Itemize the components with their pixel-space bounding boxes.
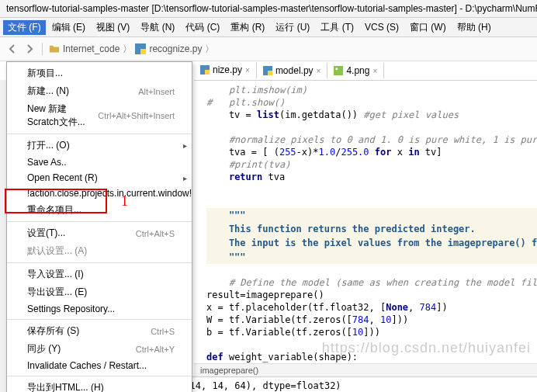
menu-help[interactable]: 帮助 (H) (452, 20, 496, 35)
file-menu-popup: 新项目...新建... (N)Alt+InsertNew 新建Scratch文件… (6, 61, 192, 392)
code-line (206, 121, 537, 134)
menu-item-label: Invalidate Caches / Restart... (27, 360, 147, 371)
file-menu-item[interactable]: 导入设置... (I) (7, 265, 192, 283)
menu-item-shortcut: Ctrl+Alt+Y (136, 345, 175, 354)
file-menu-item[interactable]: Settings Repository... (7, 301, 192, 317)
editor-area: nize.py×model.py×4.png× plt.imshow(im)# … (194, 61, 537, 376)
menu-item-shortcut: Ctrl+Alt+S (136, 229, 175, 238)
svg-rect-3 (205, 70, 210, 75)
tab-label: 4.png (346, 65, 369, 76)
editor-tabs: nize.py×model.py×4.png× (194, 61, 537, 81)
menu-item-shortcut: Ctrl+S (151, 327, 175, 336)
menu-item-label: 导入设置... (I) (27, 268, 84, 281)
file-menu-item[interactable]: 同步 (Y)Ctrl+Alt+Y (7, 340, 192, 358)
file-menu-item[interactable]: 默认设置... (A) (7, 242, 192, 260)
code-line: result=imageprepare() (206, 289, 537, 301)
menu-item-label: New 新建Scratch文件... (27, 102, 98, 129)
breadcrumb: Internet_code 〉 recognize.py 〉 (49, 43, 214, 56)
file-menu-item[interactable]: 导出到HTML... (H) (7, 379, 192, 392)
code-line (206, 183, 537, 196)
menu-item-label: 重命名项目... (27, 203, 81, 217)
status-function: imageprepare() (194, 363, 537, 376)
menu-tools[interactable]: 工具 (T) (316, 20, 359, 35)
code-line: # plt.show() (206, 96, 537, 109)
file-menu-item[interactable]: 打开... (O) (7, 137, 192, 154)
menu-item-label: 同步 (Y) (27, 342, 61, 356)
menu-item-label: !action.close.projects.in.current.window… (27, 188, 192, 199)
file-menu-item[interactable]: 设置(T)...Ctrl+Alt+S (7, 224, 192, 242)
menu-item-label: Save As.. (27, 157, 67, 168)
tab-label: nize.py (213, 64, 242, 75)
separator (42, 43, 43, 55)
menu-file[interactable]: 文件 (F) (3, 20, 46, 35)
file-menu-item[interactable]: !action.close.projects.in.current.window… (7, 186, 192, 201)
title-bar: tensorflow-tutorial-samples-master [D:\t… (0, 0, 537, 18)
menu-run[interactable]: 运行 (U) (271, 20, 314, 35)
file-menu-item[interactable]: 导出设置... (E) (7, 283, 192, 301)
file-menu-item[interactable]: 新建... (N)Alt+Insert (7, 82, 192, 100)
menu-item-shortcut: Alt+Insert (138, 87, 175, 96)
code-line: This function returns the predicted inte… (206, 222, 537, 236)
code-line (206, 264, 537, 276)
annotation-number: 1 (121, 193, 128, 210)
code-line: return tva (206, 171, 537, 183)
menu-item-label: 设置(T)... (27, 227, 65, 240)
menu-edit[interactable]: 编辑 (E) (47, 20, 90, 35)
code-line: """ (206, 208, 537, 222)
code-line (206, 196, 537, 208)
code-line: def weight_variable(shape): (206, 351, 537, 363)
menu-item-label: 保存所有 (S) (27, 324, 79, 338)
file-menu-item[interactable]: 新项目... (7, 64, 192, 82)
file-menu-item[interactable]: Open Recent (R) (7, 170, 192, 186)
editor-tab[interactable]: nize.py× (194, 62, 257, 79)
close-icon[interactable]: × (372, 67, 377, 75)
menu-item-label: 新建... (N) (27, 85, 69, 98)
toolbar: Internet_code 〉 recognize.py 〉 (0, 37, 537, 61)
menu-navigate[interactable]: 导航 (N) (136, 20, 179, 35)
menu-window[interactable]: 窗口 (W) (405, 20, 451, 35)
code-editor[interactable]: plt.imshow(im)# plt.show() tv = list(im.… (194, 81, 537, 363)
file-menu-item[interactable]: 重命名项目... (7, 201, 192, 219)
code-line: #normalize pixels to 0 and 1. 0 is pure … (206, 134, 537, 146)
tab-label: model.py (275, 65, 314, 76)
code-line: x = tf.placeholder(tf.float32, [None, 78… (206, 301, 537, 314)
svg-point-7 (336, 68, 338, 70)
chevron-right-icon: 〉 (205, 43, 214, 56)
code-line: tva = [ (255-x)*1.0/255.0 for x in tv] (206, 146, 537, 158)
svg-rect-6 (334, 66, 343, 75)
code-line: """ (206, 250, 537, 264)
menu-view[interactable]: 视图 (V) (92, 20, 134, 35)
menu-item-label: 导出设置... (E) (27, 286, 87, 299)
file-menu-item[interactable]: New 新建Scratch文件...Ctrl+Alt+Shift+Insert (7, 100, 192, 131)
file-menu-item[interactable]: 保存所有 (S)Ctrl+S (7, 322, 192, 340)
file-menu-item[interactable]: Save As.. (7, 154, 192, 170)
code-line: tv = list(im.getdata()) #get pixel value… (206, 109, 537, 121)
menu-item-label: 默认设置... (A) (27, 245, 87, 258)
breadcrumb-file[interactable]: recognize.py (149, 43, 202, 54)
python-file-icon (263, 66, 272, 75)
code-line (206, 338, 537, 351)
back-icon[interactable] (6, 43, 19, 55)
window-title: tensorflow-tutorial-samples-master [D:\t… (6, 3, 537, 14)
forward-icon[interactable] (23, 43, 36, 55)
menu-vcs[interactable]: VCS (S) (360, 21, 404, 33)
chevron-right-icon: 〉 (123, 43, 132, 56)
breadcrumb-folder[interactable]: Internet_code (63, 43, 120, 54)
svg-rect-5 (268, 71, 272, 75)
code-line: The input is the pixel values from the i… (206, 236, 537, 250)
close-icon[interactable]: × (245, 66, 250, 75)
folder-icon (49, 43, 60, 55)
menu-item-label: 导出到HTML... (H) (27, 381, 104, 392)
menu-refactor[interactable]: 重构 (R) (226, 20, 269, 35)
menu-item-label: 新项目... (27, 67, 63, 80)
code-line: plt.imshow(im) (206, 84, 537, 96)
editor-tab[interactable]: model.py× (257, 63, 328, 78)
file-menu-item[interactable]: Invalidate Caches / Restart... (7, 358, 192, 373)
close-icon[interactable]: × (317, 67, 321, 75)
menu-code[interactable]: 代码 (C) (181, 20, 224, 35)
image-file-icon (334, 66, 343, 75)
editor-tab[interactable]: 4.png× (327, 63, 384, 78)
menu-item-shortcut: Ctrl+Alt+Shift+Insert (98, 111, 175, 120)
menu-bar: 文件 (F) 编辑 (E) 视图 (V) 导航 (N) 代码 (C) 重构 (R… (0, 18, 537, 37)
code-line: #print(tva) (206, 158, 537, 171)
